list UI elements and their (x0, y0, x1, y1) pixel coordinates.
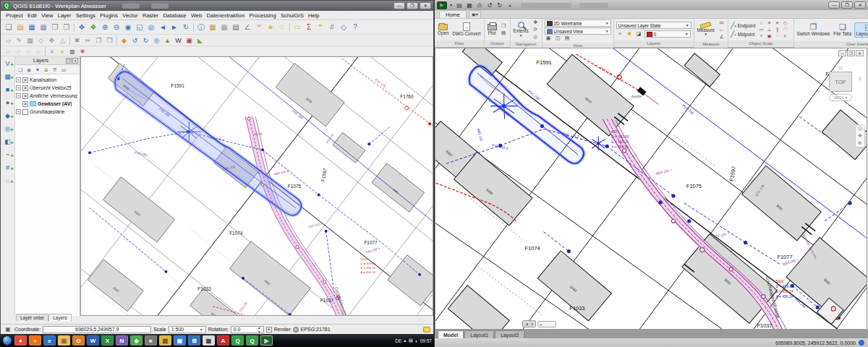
map-tips-icon[interactable]: ❝ (253, 22, 265, 33)
layer-freeze-sun-icon[interactable]: ✱ (626, 31, 634, 38)
onenote-icon[interactable]: N (116, 335, 128, 346)
volume-icon[interactable]: ◗ (415, 338, 418, 343)
copy-features-icon[interactable]: ❐ (93, 35, 104, 45)
viewcube-top-face[interactable]: TOP (829, 72, 852, 92)
chrome-icon[interactable]: ● (14, 335, 27, 346)
trueview-titlebar[interactable]: ▶ ▼ ▤ ▦ ⎙ ↺ ↻ ▼ Autodesk DWG TrueView 20… (435, 0, 868, 10)
menu-settings[interactable]: Settings (74, 12, 98, 19)
menu-plugins[interactable]: Plugins (98, 12, 120, 19)
wordart-label-icon[interactable]: W (173, 35, 184, 45)
blue-app-icon[interactable]: ▣ (174, 335, 186, 346)
clock[interactable]: 09:57 (420, 338, 432, 343)
new-bookmark-icon[interactable]: ★ (265, 22, 276, 33)
app-menu-dropdown-icon[interactable]: ▼ (449, 3, 453, 7)
tray-expand-icon[interactable]: ▴ (404, 338, 406, 343)
model-tab-model[interactable]: Model (438, 330, 464, 338)
expand-icon[interactable]: + (16, 77, 21, 82)
doc-close-button[interactable]: ✕ (856, 50, 864, 56)
attributes-dock-icon[interactable]: ▣ (184, 35, 195, 45)
menu-processing[interactable]: Processing (247, 12, 278, 19)
scale-combo[interactable]: 1:500▼ (169, 326, 206, 333)
save-project-as-icon[interactable]: ▦ (38, 22, 49, 33)
menu-datenextraktion[interactable]: Datenextraktion (204, 12, 247, 19)
expand-icon[interactable]: + (16, 109, 21, 114)
menu-view[interactable]: View (39, 12, 56, 19)
identify-features-icon[interactable]: ⓘ (195, 22, 207, 33)
none-snap-icon[interactable]: × (782, 33, 789, 39)
minimize-button[interactable]: — (393, 2, 405, 9)
messages-icon[interactable] (423, 327, 430, 333)
save-edits-icon[interactable]: ▦ (25, 35, 35, 45)
redo-icon[interactable]: ↻ (495, 1, 504, 9)
zoom-icon[interactable]: ⊕ (858, 140, 862, 146)
open-button[interactable]: Open (437, 24, 449, 36)
minimize-button[interactable]: — (828, 1, 840, 9)
plot-icon[interactable]: ⎙ (475, 1, 484, 9)
composer-manager-icon[interactable]: ❒ (61, 22, 72, 33)
endpoint-snap-button[interactable]: ╱▪Endpoint (731, 22, 755, 29)
add-mssql-layer-icon[interactable]: ◆+ (2, 110, 14, 121)
qgis-titlebar[interactable]: Q QGIS 61d81f0 - Werkplan Abwasser — ❐ ✕ (1, 1, 433, 11)
dwg-convert-button[interactable]: →DWG Convert (451, 22, 481, 37)
digitize-polygon-icon[interactable]: ▱ (33, 47, 43, 56)
cut-features-icon[interactable]: ✂ (82, 35, 93, 45)
extents-button[interactable]: Extents▼ (513, 22, 529, 38)
point-symbol-icon[interactable]: ● (57, 47, 67, 56)
layout-tabs-button[interactable]: ◰Layout Tabs (854, 22, 868, 38)
layer-item-uebersicht[interactable]: + ✕ Übersicht Vektor25 (16, 84, 79, 92)
plot-button[interactable]: Plot (487, 24, 498, 36)
explorer-folder-icon[interactable]: ▤ (58, 335, 70, 346)
steering-wheel-icon[interactable]: ◎ (532, 34, 540, 40)
pan-icon[interactable]: ✥ (532, 20, 540, 26)
qgis-2-icon[interactable]: Q (246, 335, 258, 346)
nearest-snap-icon[interactable]: + (758, 33, 765, 39)
menu-project[interactable]: Project (4, 12, 25, 19)
layer-checkbox[interactable]: ✕ (22, 93, 28, 99)
internet-explorer-icon[interactable]: e (43, 335, 56, 346)
midpoint-snap-button[interactable]: ╱▪Midpoint (731, 30, 755, 38)
menu-edit[interactable]: Edit (25, 12, 39, 19)
digitize-circle-icon[interactable]: ▱ (3, 47, 13, 56)
wcs-menu[interactable]: WCS ▾ (829, 94, 852, 101)
ribbon-options-dropdown[interactable]: ▣▾ (469, 10, 481, 18)
undo-icon[interactable]: ↺ (129, 35, 140, 45)
stats-symbol-icon[interactable]: ✱ (77, 47, 88, 56)
save-icon[interactable]: ▦ (465, 1, 474, 9)
named-view-select[interactable]: Unsaved View▼ (545, 27, 611, 35)
angle-measure-icon[interactable]: ∠ (718, 34, 726, 40)
toggle-editing-icon[interactable]: ✎ (14, 35, 25, 45)
firefox-icon[interactable]: ● (29, 335, 41, 346)
insert-snap-icon[interactable]: ▣ (766, 33, 773, 39)
layer-state-select[interactable]: Unsaved Layer State▼ (616, 22, 692, 29)
coordinate-input[interactable]: 696029.5,249957.9 (43, 326, 151, 333)
image-viewer-icon[interactable]: ▨ (159, 335, 171, 346)
windows-app-icon[interactable]: ⊞ (188, 335, 200, 346)
text-annotation-icon[interactable]: ❞ (315, 22, 326, 33)
apparent-snap-icon[interactable]: · (774, 33, 781, 39)
add-wcs-layer-icon[interactable]: ◧+ (2, 136, 14, 147)
current-edits-icon[interactable]: ▱ (3, 35, 14, 45)
menu-vector[interactable]: Vector (120, 12, 140, 19)
zoom-to-selection-icon[interactable]: ◎ (145, 22, 157, 33)
render-checkbox[interactable]: ✕ (266, 327, 272, 333)
display-icon[interactable]: ▤ (409, 338, 413, 343)
qgis-1-icon[interactable]: Q (231, 335, 244, 346)
add-feature-icon[interactable]: ◇ (35, 35, 46, 45)
perpendicular-snap-icon[interactable]: ⊥ (766, 27, 773, 33)
expand-icon[interactable]: + (16, 85, 21, 90)
viewcube-north[interactable]: N (825, 66, 856, 71)
collapse-all-icon[interactable]: ⇈ (51, 66, 59, 74)
viewport-config-icon[interactable]: ▣ (545, 35, 553, 42)
epsg-button[interactable]: EPSG:21781 (301, 327, 331, 332)
undo-icon[interactable]: ↺ (485, 1, 494, 9)
file-tabs-button[interactable]: ❏File Tabs (833, 23, 852, 37)
maximize-button[interactable]: ❐ (841, 1, 853, 9)
command-tools-icon[interactable]: ⌖ (531, 322, 533, 327)
green-app-icon[interactable]: ◆ (130, 335, 142, 346)
tab-home[interactable]: Home (439, 10, 467, 18)
node-snap-icon[interactable]: ✕ (766, 20, 773, 26)
trueview-app-icon[interactable]: ▶ (437, 1, 447, 9)
orbit-icon[interactable]: ⟳ (532, 27, 540, 33)
manage-themes-icon[interactable]: ◉ (25, 66, 33, 74)
zoom-full-icon[interactable]: ◱ (134, 22, 145, 33)
